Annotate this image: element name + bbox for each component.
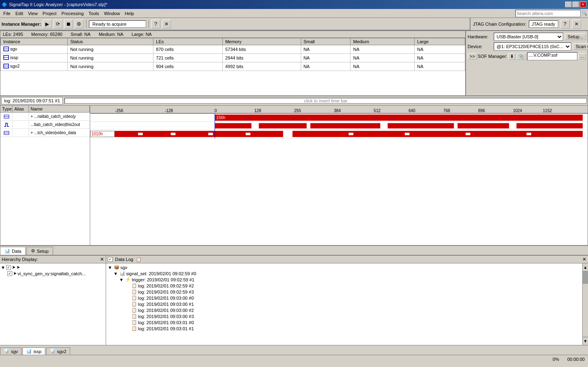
hierarchy-title: Hierarchy Display: (2, 257, 38, 262)
instance-row-1[interactable]: issp Not running 721 cells 2944 bits NA … (1, 54, 465, 62)
tab-data[interactable]: 📊 Data (0, 247, 26, 255)
tab-setup[interactable]: ⚙ Setup (27, 247, 53, 255)
inst-medium-0: NA (351, 45, 415, 54)
signal-name-1: ...ltab_catch_video|this2out (29, 122, 90, 127)
jtag-close-button[interactable]: ✕ (572, 20, 581, 29)
menu-window[interactable]: Window (102, 10, 122, 17)
svg-rect-22 (348, 133, 353, 135)
datalog-label-5: log: 2019/02/01 09:03:00 #0 (138, 296, 194, 301)
menu-processing[interactable]: Processing (59, 10, 86, 17)
expand-icon-0[interactable]: ▼ (108, 265, 112, 270)
inst-les-2: 904 cells (153, 62, 223, 71)
jtag-help-button[interactable]: ? (561, 20, 570, 29)
menu-help[interactable]: Help (122, 10, 137, 17)
signal-row-1[interactable]: ...ltab_catch_video|this2out (0, 121, 90, 129)
scrollbar-up[interactable]: ▲ (583, 263, 588, 272)
menu-file[interactable]: File (1, 10, 13, 17)
stop-button[interactable]: ⟳ (53, 20, 62, 29)
hierarchy-close-button[interactable]: ✕ (100, 256, 104, 262)
signal-row-0[interactable]: + ...naltab_catch_video|y (0, 113, 90, 121)
tree-expand-0[interactable]: ▼ (1, 265, 5, 270)
tree-item-icon: ➤ (13, 271, 17, 276)
setup-button[interactable]: Setup... (565, 33, 586, 40)
datalog-row-3[interactable]: 📋 log: 2019/02/01 09:02:59 #2 (107, 283, 581, 289)
menu-tools[interactable]: Tools (86, 10, 102, 17)
prog-button[interactable]: ⬇ (508, 53, 516, 60)
instance-tab-label-issp: issp (33, 349, 42, 354)
instance-row-0[interactable]: sgv Not running 870 cells 57344 bits NA … (1, 45, 465, 54)
timebar-hint[interactable]: click to insert time bar (64, 98, 587, 104)
menu-view[interactable]: View (26, 10, 40, 17)
forward-button[interactable]: >> (468, 53, 477, 60)
instance-row-2[interactable]: sgv2 Not running 904 cells 4992 bits NA … (1, 62, 465, 71)
close-button[interactable]: ✕ (580, 2, 586, 7)
name-col-header: Name (29, 106, 90, 112)
inst-memory-0: 57344 bits (222, 45, 301, 54)
datalog-icon: 📋 (136, 257, 142, 262)
tree-checkbox-0[interactable] (6, 265, 11, 270)
waveform-header: log: 2019/02/01 09:07:51 #1 click to ins… (0, 96, 588, 106)
svg-rect-23 (405, 133, 409, 135)
datalog-row-1[interactable]: ▼ 📊 signal_set: 2019/02/01 09:02:59 #0 (107, 270, 581, 276)
hardware-label: Hardware: (468, 34, 492, 39)
signal-row-2[interactable]: + ...tch_video|video_data (0, 129, 90, 137)
instance-tab-issp[interactable]: 📊 issp (22, 347, 45, 355)
tree-checkbox-1[interactable] (7, 271, 12, 276)
inst-memory-2: 4992 bits (222, 62, 301, 71)
ruler-640: 640 (408, 108, 415, 113)
title-bar-left: 🔷 SignalTap II Logic Analyzer - [capture… (2, 2, 107, 7)
datalog-row-4[interactable]: 📋 log: 2019/02/01 09:02:59 #3 (107, 289, 581, 295)
minimize-button[interactable]: ─ (565, 2, 572, 7)
run-button[interactable]: ▶ (43, 20, 52, 29)
wave-value-2: 1010h (91, 132, 103, 136)
datalog-label-8: log: 2019/02/01 09:03:00 #3 (138, 314, 194, 319)
attach-button[interactable]: 📎 (517, 53, 526, 60)
datalog-row-2[interactable]: ▼ ⚡ trigger: 2019/02/01 09:02:59 #1 (107, 276, 581, 283)
datalog-row-8[interactable]: 📋 log: 2019/02/01 09:03:00 #3 (107, 313, 581, 319)
datalog-row-7[interactable]: 📋 log: 2019/02/01 09:03:00 #2 (107, 307, 581, 313)
datalog-icon-10: 📋 (131, 326, 137, 331)
close-panel-button[interactable]: ✕ (162, 20, 171, 29)
expand-icon-1[interactable]: ▼ (113, 271, 118, 276)
datalog-row-10[interactable]: 📋 log: 2019/02/01 09:03:01 #1 (107, 325, 581, 332)
scrollbar-down[interactable]: ▼ (583, 337, 588, 345)
datalog-checkbox[interactable] (108, 257, 113, 262)
expand-icon-2[interactable]: ▼ (119, 277, 124, 282)
datalog-row-0[interactable]: ▼ 📦 sgv (107, 264, 581, 270)
device-dropdown[interactable]: @1: EP3C120/EP4CE115 (0xC... (494, 42, 571, 51)
settings-button[interactable]: ⚙ (75, 20, 84, 29)
toolbar-separator2 (149, 20, 149, 28)
sof-more-button[interactable]: ... (578, 53, 586, 60)
title-bar-controls[interactable]: ─ □ ✕ (565, 2, 586, 7)
instance-tab-sgv[interactable]: 📊 sgv (0, 347, 22, 355)
datalog-close-button[interactable]: ✕ (582, 256, 586, 262)
tree-item-1[interactable]: ➤ vi_sync_gen_xy:signaltab_catch... (1, 270, 105, 276)
datalog-scrollbar[interactable]: ▲ ▼ (582, 263, 588, 345)
search-input[interactable] (515, 10, 581, 17)
scan-chain-button[interactable]: Scan Chain (573, 43, 588, 50)
autorun-button[interactable]: ⏹ (64, 20, 73, 29)
ruler-255: 255 (294, 108, 301, 113)
jtag-device-row: Device: @1: EP3C120/EP4CE115 (0xC... Sca… (468, 42, 586, 51)
svg-rect-14 (454, 123, 457, 128)
hardware-dropdown[interactable]: USB-Blaster [USB-0] (494, 33, 563, 41)
maximize-button[interactable]: □ (572, 2, 579, 7)
menu-edit[interactable]: Edit (13, 10, 26, 17)
help-button[interactable]: ? (151, 20, 160, 29)
instance-tab-icon-issp: 📊 (26, 349, 32, 354)
scrollbar-thumb[interactable] (583, 272, 588, 284)
inst-small-1: NA (301, 54, 351, 62)
jtag-sof-row: >> SOF Manager: ⬇ 📎 ....V.COMP.sof ... (468, 52, 586, 60)
datalog-row-9[interactable]: 📋 log: 2019/02/01 09:03:01 #0 (107, 319, 581, 325)
menu-project[interactable]: Project (40, 10, 59, 17)
instance-tab-label-sgv2: sgv2 (57, 349, 67, 354)
svg-rect-19 (208, 133, 213, 135)
instance-tab-sgv2[interactable]: 📊 sgv2 (46, 347, 70, 355)
svg-rect-20 (246, 133, 250, 135)
search-icon[interactable]: 🔍 (581, 11, 587, 16)
ruler-512: 512 (374, 108, 381, 113)
datalog-row-6[interactable]: 📋 log: 2019/02/01 09:03:00 #1 (107, 301, 581, 307)
datalog-row-5[interactable]: 📋 log: 2019/02/01 09:03:00 #0 (107, 295, 581, 301)
small-stat: Small: NA (71, 32, 91, 37)
jtag-config-label: JTAG Chain Configuration: (473, 22, 526, 27)
